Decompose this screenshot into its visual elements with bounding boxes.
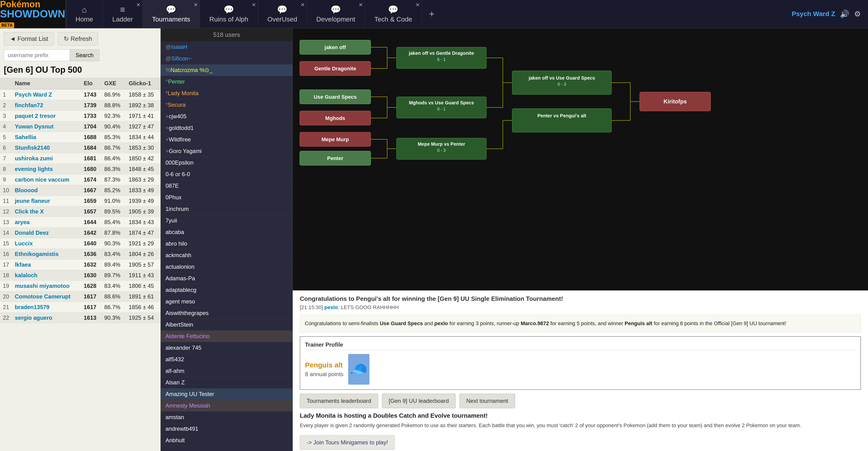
- chat-user[interactable]: 000Epsilon: [161, 157, 292, 169]
- elo-cell: 1642: [81, 228, 101, 238]
- uu-leaderboard-button[interactable]: [Gen 9] UU leaderboard: [382, 394, 456, 408]
- chat-user[interactable]: +goldtodd1: [161, 122, 292, 134]
- chat-user[interactable]: adaptablecg: [161, 284, 292, 296]
- glicko-cell: 1848 ± 45: [126, 164, 160, 175]
- chat-user[interactable]: amstan: [161, 412, 292, 423]
- table-row[interactable]: 5 Sahellia 1688 85.3% 1834 ± 44: [0, 132, 160, 143]
- table-row[interactable]: 18 kalaloch 1630 89.7% 1911 ± 43: [0, 270, 160, 281]
- table-row[interactable]: 6 Stunfisk2140 1684 86.7% 1853 ± 30: [0, 143, 160, 153]
- elo-cell: 1681: [81, 153, 101, 164]
- chat-user[interactable]: Aiswiththegrapes: [161, 307, 292, 319]
- chat-user[interactable]: +Goro Yagami: [161, 146, 292, 157]
- sound-icon[interactable]: 🔊: [840, 9, 849, 19]
- chat-user[interactable]: 1inchrum: [161, 203, 292, 215]
- chat-user[interactable]: andrewtb491: [161, 423, 292, 435]
- chat-user[interactable]: 0-6 or 6-0: [161, 169, 292, 180]
- table-row[interactable]: 16 Ethnikogamistis 1636 83.4% 1804 ± 26: [0, 249, 160, 260]
- chat-user[interactable]: @Sificon~: [161, 53, 292, 64]
- chat-user[interactable]: abcaba: [161, 227, 292, 238]
- dev-chat-icon: 💬: [331, 5, 341, 14]
- svg-text:Penter: Penter: [327, 155, 343, 161]
- table-row[interactable]: 4 Yuwan Dysnut 1704 90.4% 1927 ± 47: [0, 121, 160, 132]
- tab-development[interactable]: 💬 Development ✕: [307, 0, 365, 28]
- chat-user[interactable]: 0Phux: [161, 192, 292, 203]
- beta-badge: BETA: [0, 23, 14, 28]
- search-button[interactable]: Search: [70, 49, 99, 61]
- table-row[interactable]: 10 Blooood 1667 85.2% 1833 ± 49: [0, 185, 160, 196]
- close-tournaments-icon[interactable]: ✕: [193, 2, 198, 8]
- chat-user[interactable]: Aldente Fettucino: [161, 331, 292, 342]
- chat-user[interactable]: alf-ahm: [161, 365, 292, 377]
- tab-overused[interactable]: 💬 OverUsed ✕: [258, 0, 307, 28]
- bracket-area[interactable]: jaken off Gentle Dragonite jaken off vs …: [293, 28, 868, 291]
- chat-user[interactable]: actualonion: [161, 261, 292, 273]
- chat-user[interactable]: abro hilo: [161, 238, 292, 249]
- chat-user[interactable]: Anbhult: [161, 435, 292, 446]
- table-row[interactable]: 20 Comotose Camerupt 1617 88.6% 1891 ± 6…: [0, 291, 160, 302]
- chat-user[interactable]: Amazing UU Tester: [161, 388, 292, 400]
- join-button[interactable]: -> Join Tours Minigames to play!: [300, 435, 395, 450]
- elo-cell: 1704: [81, 121, 101, 132]
- tab-techcode[interactable]: 💬 Tech & Code ✕: [365, 0, 422, 28]
- chat-user[interactable]: Adamas-Pa: [161, 273, 292, 284]
- ladder-scroll[interactable]: Name Elo GXE Glicko-1 1 Psych Ward Z 174…: [0, 78, 160, 451]
- tab-tournaments[interactable]: 💬 Tournaments ✕: [143, 0, 200, 28]
- username-label: amstan: [165, 414, 184, 420]
- table-row[interactable]: 21 braden13579 1617 86.7% 1856 ± 46: [0, 302, 160, 312]
- table-row[interactable]: 3 paquet 2 tresor 1733 92.3% 1971 ± 41: [0, 111, 160, 121]
- trainer-name: Penguis alt: [305, 361, 343, 369]
- table-row[interactable]: 7 ushiroka zumi 1681 86.4% 1850 ± 42: [0, 153, 160, 164]
- table-row[interactable]: 8 evening lights 1680 86.3% 1848 ± 45: [0, 164, 160, 175]
- user-prefix: %: [165, 67, 170, 73]
- tab-ruins[interactable]: 💬 Ruins of Alph ✕: [200, 0, 258, 28]
- next-tournament-button[interactable]: Next tournament: [459, 394, 515, 408]
- close-overused-icon[interactable]: ✕: [301, 2, 305, 8]
- chat-user[interactable]: *Secura: [161, 99, 292, 111]
- table-row[interactable]: 17 lkfaea 1632 89.4% 1905 ± 57: [0, 260, 160, 270]
- table-row[interactable]: 14 Donald Deez 1642 87.8% 1874 ± 47: [0, 228, 160, 238]
- settings-icon[interactable]: ⚙: [854, 9, 861, 19]
- table-row[interactable]: 15 Luccix 1640 90.3% 1921 ± 29: [0, 238, 160, 249]
- rank-cell: 12: [0, 206, 12, 217]
- table-row[interactable]: 22 sergio aguero 1613 90.3% 1925 ± 54: [0, 312, 160, 323]
- chat-user[interactable]: ackmcahh: [161, 249, 292, 261]
- close-ruins-icon[interactable]: ✕: [252, 2, 256, 8]
- chat-user[interactable]: AlbertStein: [161, 319, 292, 331]
- table-row[interactable]: 1 Psych Ward Z 1743 86.9% 1858 ± 35: [0, 89, 160, 100]
- tab-ladder[interactable]: ≡ Ladder ✕: [103, 0, 143, 28]
- chat-user[interactable]: 7yuii: [161, 215, 292, 227]
- close-dev-icon[interactable]: ✕: [359, 2, 363, 8]
- format-list-button[interactable]: ◄ Format List: [4, 32, 54, 46]
- chat-user[interactable]: *Lady Monita: [161, 88, 292, 99]
- refresh-button[interactable]: ↻ Refresh: [58, 32, 98, 46]
- gxe-cell: 92.3%: [101, 111, 126, 121]
- add-tab-button[interactable]: +: [422, 9, 441, 19]
- elo-cell: 1688: [81, 132, 101, 143]
- chat-user[interactable]: 087E: [161, 180, 292, 192]
- table-row[interactable]: 11 jeune flaneur 1659 91.0% 1939 ± 49: [0, 196, 160, 206]
- table-row[interactable]: 9 carbon nice vaccum 1674 87.3% 1863 ± 2…: [0, 175, 160, 185]
- chat-user[interactable]: Alsan Z: [161, 377, 292, 388]
- chat-user[interactable]: @IsaiaH: [161, 41, 292, 53]
- chat-user[interactable]: ^Penter: [161, 76, 292, 88]
- chat-user[interactable]: agent meso: [161, 296, 292, 307]
- close-ladder-icon[interactable]: ✕: [136, 2, 141, 8]
- chat-user[interactable]: +Wildfiree: [161, 134, 292, 146]
- table-row[interactable]: 13 aryea 1644 85.4% 1834 ± 43: [0, 217, 160, 228]
- name-cell: finchfan72: [12, 100, 81, 111]
- logo[interactable]: Pokémon SHOWDOWN BETA: [0, 0, 66, 28]
- chat-user[interactable]: %Natcrozma %⊙_: [161, 64, 292, 76]
- leaderboard-button[interactable]: Tournaments leaderboard: [300, 394, 378, 408]
- chat-list[interactable]: @IsaiaH@Sificon~%Natcrozma %⊙_^Penter*La…: [161, 41, 292, 451]
- tab-home[interactable]: ⌂ Home: [66, 0, 103, 28]
- chat-user[interactable]: alexander 745: [161, 342, 292, 354]
- search-input[interactable]: [4, 49, 70, 61]
- table-row[interactable]: 19 musashi miyamotoo 1628 83.4% 1806 ± 4…: [0, 281, 160, 291]
- table-row[interactable]: 12 Click the X 1657 89.5% 1905 ± 39: [0, 206, 160, 217]
- username-label: goldtodd1: [169, 125, 193, 131]
- table-row[interactable]: 2 finchfan72 1739 88.8% 1892 ± 38: [0, 100, 160, 111]
- chat-user[interactable]: alf5432: [161, 354, 292, 365]
- chat-user[interactable]: +cjw405: [161, 111, 292, 122]
- close-techcode-icon[interactable]: ✕: [415, 2, 420, 8]
- chat-user[interactable]: Amnesty Messiah: [161, 400, 292, 412]
